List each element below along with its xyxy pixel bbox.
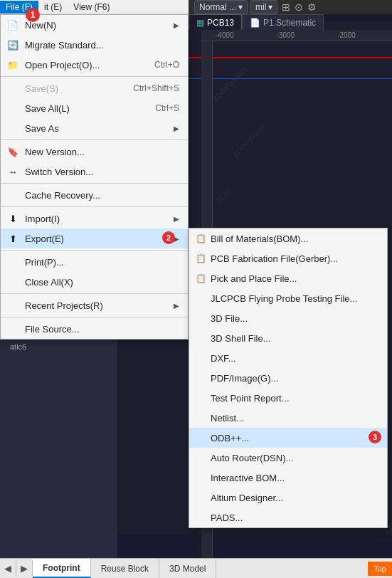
menu-item-print[interactable]: Print(P)... xyxy=(1,252,188,272)
statusbar-nav-right[interactable]: ▶ xyxy=(16,560,33,577)
submenu-jlcpcb-label: JLCPCB Flying Probe Testing File... xyxy=(211,293,357,304)
submenu-altium-label: Altium Designer... xyxy=(211,493,283,503)
unit-label: mil xyxy=(255,2,266,12)
view-mode-arrow: ▾ xyxy=(238,2,243,12)
tab-schematic[interactable]: 📄 P1.Schematic xyxy=(242,14,324,30)
submenu-autorouter-label: Auto Router(DSN)... xyxy=(211,453,293,463)
submenu-netlist-label: Netlist... xyxy=(211,413,244,424)
file-badge: 1 xyxy=(26,8,40,22)
new-icon: 📄 xyxy=(5,20,21,31)
menu-item-print-label: Print(P)... xyxy=(25,257,64,268)
submenu-item-pdf[interactable]: PDF/Image(G)... xyxy=(189,368,387,388)
submenu-item-dxf[interactable]: DXF... xyxy=(189,348,387,368)
submenu-pads-label: PADS... xyxy=(211,513,243,523)
watermark-2: zooyuxian xyxy=(230,122,267,159)
submenu-item-jlcpcb[interactable]: JLCPCB Flying Probe Testing File... xyxy=(189,288,387,308)
recent-arrow: ▶ xyxy=(174,302,179,310)
menu-item-recent-projects[interactable]: Recent Projects(R) ▶ xyxy=(1,295,188,315)
menu-item-save-all[interactable]: Save All(L) Ctrl+S xyxy=(1,98,188,118)
menu-item-export-label: Export(E) xyxy=(25,233,64,244)
statusbar-tab-reuse-block[interactable]: Reuse Block xyxy=(91,559,159,578)
menu-item-save[interactable]: Save(S) Ctrl+Shift+S xyxy=(1,78,188,98)
submenu-item-altium[interactable]: Altium Designer... xyxy=(189,488,387,508)
export-icon: ⬆ xyxy=(5,233,21,244)
version-icon: 🔖 xyxy=(5,147,21,157)
submenu-item-netlist[interactable]: Netlist... xyxy=(189,408,387,428)
tab-pcb13[interactable]: ▦ PCB13 xyxy=(189,14,242,30)
switch-icon: ↔ xyxy=(5,167,21,177)
toolbar-area: Normal ... ▾ mil ▾ ⊞ ⊙ ⚙ xyxy=(189,0,392,14)
menubar-item-edit[interactable]: it (E) xyxy=(38,1,68,14)
pickplace-icon: 📋 xyxy=(194,273,208,283)
menu-item-cache-label: Cache Recovery... xyxy=(25,190,100,201)
submenu-item-testpoint[interactable]: Test Point Report... xyxy=(189,388,387,408)
menu-item-switch-version-label: Switch Version... xyxy=(25,167,93,177)
toolbar-icon-settings[interactable]: ⚙ xyxy=(307,1,317,13)
sep6 xyxy=(1,293,188,294)
open-shortcut: Ctrl+O xyxy=(154,60,179,70)
save-shortcut: Ctrl+Shift+S xyxy=(133,83,179,93)
file-dropdown-menu: 1 📄 New(N) ▶ 🔄 Migrate Standard... 📁 Ope… xyxy=(0,14,189,340)
submenu-item-3dfile[interactable]: 3D File... xyxy=(189,308,387,328)
menu-item-close-all[interactable]: Close All(X) xyxy=(1,272,188,292)
menu-item-import[interactable]: ⬇ Import(I) ▶ xyxy=(1,209,188,228)
menu-item-migrate[interactable]: 🔄 Migrate Standard... xyxy=(1,35,188,55)
export-submenu: 📋 Bill of Materials(BOM)... 📋 PCB Fabric… xyxy=(189,228,388,528)
panel-item-atic6: atic6 xyxy=(6,340,31,353)
menu-item-save-as[interactable]: Save As ▶ xyxy=(1,118,188,138)
submenu-item-autorouter[interactable]: Auto Router(DSN)... xyxy=(189,448,387,468)
submenu-item-3dshell[interactable]: 3D Shell File... xyxy=(189,328,387,348)
statusbar-tab-footprint[interactable]: Footprint xyxy=(33,559,91,578)
menu-item-file-source-label: File Source... xyxy=(25,324,80,335)
unit-arrow: ▾ xyxy=(268,2,272,12)
menu-item-file-source[interactable]: File Source... xyxy=(1,319,188,339)
submenu-item-pads[interactable]: PADS... xyxy=(189,508,387,527)
menu-item-export[interactable]: ⬆ Export(E) 2 ▶ xyxy=(1,228,188,248)
odb-badge: 3 xyxy=(369,431,381,443)
submenu-3dshell-label: 3D Shell File... xyxy=(211,333,271,344)
folder-icon: 📁 xyxy=(5,60,21,70)
submenu-item-bom[interactable]: 📋 Bill of Materials(BOM)... xyxy=(189,228,387,248)
statusbar-tab-3d-model[interactable]: 3D Model xyxy=(159,559,216,578)
submenu-odb-label: ODB++... xyxy=(211,433,249,443)
view-mode-select[interactable]: Normal ... ▾ xyxy=(194,0,248,14)
menu-item-switch-version[interactable]: ↔ Switch Version... xyxy=(1,162,188,182)
sep4 xyxy=(1,206,188,207)
submenu-gerber-label: PCB Fabrication File(Gerber)... xyxy=(211,253,338,264)
statusbar-nav-left[interactable]: ◀ xyxy=(0,560,16,577)
ruler-mark-1: -4000 xyxy=(216,31,234,39)
statusbar-top-layer[interactable]: Top xyxy=(368,562,392,576)
schematic-icon: 📄 xyxy=(250,18,260,28)
menu-item-save-all-label: Save All(L) xyxy=(25,103,70,114)
submenu-item-ibom[interactable]: Interactive BOM... xyxy=(189,468,387,488)
bom-icon: 📋 xyxy=(194,233,208,243)
sep3 xyxy=(1,183,188,184)
save-all-shortcut: Ctrl+S xyxy=(155,103,179,113)
toolbar-icon-grid[interactable]: ⊞ xyxy=(282,1,290,13)
menu-item-new-version[interactable]: 🔖 New Version... xyxy=(1,142,188,162)
menubar-item-view[interactable]: View (F6) xyxy=(68,1,115,14)
submenu-item-odb[interactable]: ODB++... 3 xyxy=(189,428,387,448)
save-as-arrow: ▶ xyxy=(174,125,179,132)
statusbar: ◀ ▶ Footprint Reuse Block 3D Model Top xyxy=(0,558,392,578)
import-arrow: ▶ xyxy=(174,215,179,223)
submenu-item-gerber[interactable]: 📋 PCB Fabrication File(Gerber)... xyxy=(189,248,387,268)
menu-item-cache-recovery[interactable]: Cache Recovery... xyxy=(1,185,188,205)
gerber-icon: 📋 xyxy=(194,253,208,263)
submenu-3dfile-label: 3D File... xyxy=(211,313,248,324)
submenu-testpoint-label: Test Point Report... xyxy=(211,393,290,404)
sep2 xyxy=(1,140,188,140)
tabs-row: ▦ PCB13 📄 P1.Schematic xyxy=(189,14,324,30)
toolbar-icon-target[interactable]: ⊙ xyxy=(295,1,303,13)
menu-item-import-label: Import(I) xyxy=(25,214,60,224)
menu-item-open-project[interactable]: 📁 Open Project(O)... Ctrl+O xyxy=(1,55,188,75)
tab-schematic-label: P1.Schematic xyxy=(263,18,316,28)
submenu-bom-label: Bill of Materials(BOM)... xyxy=(211,233,308,244)
menu-item-open-label: Open Project(O)... xyxy=(25,60,100,70)
unit-select[interactable]: mil ▾ xyxy=(250,0,277,14)
ruler-horizontal: -4000 -3000 -2000 xyxy=(201,30,392,41)
pcb-icon: ▦ xyxy=(196,18,204,28)
tab-pcb13-label: PCB13 xyxy=(207,18,234,28)
submenu-item-pick-place[interactable]: 📋 Pick and Place File... xyxy=(189,268,387,288)
sep5 xyxy=(1,250,188,251)
